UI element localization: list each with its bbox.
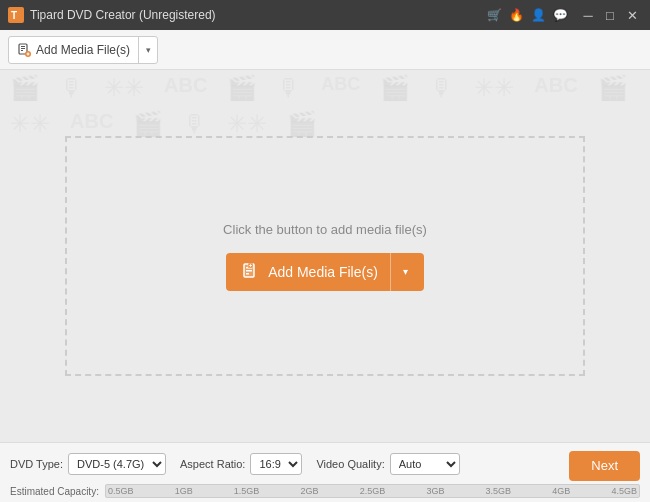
capacity-mark-3: 2GB [301,486,319,496]
drop-area[interactable]: Click the button to add media file(s) Ad… [65,136,585,376]
capacity-mark-8: 4.5GB [611,486,637,496]
dvd-type-label: DVD Type: [10,458,63,470]
add-media-file-button[interactable]: Add Media File(s) ▾ [8,36,158,64]
add-media-dropdown-arrow[interactable]: ▾ [139,37,157,63]
add-media-btn-label: Add Media File(s) [36,43,130,57]
estimated-capacity-label: Estimated Capacity: [10,486,99,497]
aspect-ratio-select[interactable]: 16:9 4:3 [250,453,302,475]
svg-rect-5 [21,50,23,51]
add-file-icon [17,43,31,57]
svg-rect-11 [246,270,252,272]
aspect-ratio-group: Aspect Ratio: 16:9 4:3 [180,453,302,475]
add-media-big-button[interactable]: Add Media File(s) ▾ [226,253,424,291]
add-file-big-icon [242,263,260,281]
next-button[interactable]: Next [569,451,640,481]
window-controls: 🛒 🔥 👤 💬 ─ □ ✕ [484,5,642,25]
video-quality-select[interactable]: Auto High Medium Low [390,453,460,475]
svg-rect-3 [21,46,25,47]
capacity-mark-7: 4GB [552,486,570,496]
add-media-big-btn-main[interactable]: Add Media File(s) [242,253,391,291]
svg-rect-12 [246,273,249,275]
dvd-type-select[interactable]: DVD-5 (4.7G) DVD-9 (8.5G) [68,453,166,475]
capacity-bar: 0.5GB 1GB 1.5GB 2GB 2.5GB 3GB 3.5GB 4GB … [105,484,640,498]
svg-rect-4 [21,48,25,49]
chat-icon[interactable]: 💬 [550,5,570,25]
title-bar: T Tipard DVD Creator (Unregistered) 🛒 🔥 … [0,0,650,30]
video-quality-label: Video Quality: [316,458,384,470]
bottom-main-row: DVD Type: DVD-5 (4.7G) DVD-9 (8.5G) Aspe… [10,447,640,484]
window-title: Tipard DVD Creator (Unregistered) [30,8,484,22]
capacity-mark-4: 2.5GB [360,486,386,496]
add-media-big-dropdown-arrow[interactable]: ▾ [399,266,408,277]
capacity-mark-2: 1.5GB [234,486,260,496]
bottom-controls-row: DVD Type: DVD-5 (4.7G) DVD-9 (8.5G) Aspe… [10,451,460,477]
main-content-area: 🎬🎙✳✳ABC🎬🎙 ABC🎬🎙✳✳ABC🎬 ✳✳ABC🎬🎙✳✳🎬 Click t… [0,70,650,442]
bottom-bar: DVD Type: DVD-5 (4.7G) DVD-9 (8.5G) Aspe… [0,442,650,502]
user-icon[interactable]: 👤 [528,5,548,25]
fire-icon[interactable]: 🔥 [506,5,526,25]
add-media-big-btn-label: Add Media File(s) [268,264,378,280]
svg-text:T: T [11,10,17,21]
toolbar: Add Media File(s) ▾ [0,30,650,70]
capacity-row: Estimated Capacity: 0.5GB 1GB 1.5GB 2GB … [10,484,640,498]
capacity-mark-1: 1GB [175,486,193,496]
dvd-type-group: DVD Type: DVD-5 (4.7G) DVD-9 (8.5G) [10,453,166,475]
capacity-mark-5: 3GB [426,486,444,496]
app-icon: T [8,7,24,23]
aspect-ratio-label: Aspect Ratio: [180,458,245,470]
add-media-btn-main[interactable]: Add Media File(s) [9,37,139,63]
video-quality-group: Video Quality: Auto High Medium Low [316,453,459,475]
capacity-mark-6: 3.5GB [486,486,512,496]
minimize-button[interactable]: ─ [578,5,598,25]
drop-hint-text: Click the button to add media file(s) [223,222,427,237]
cart-icon[interactable]: 🛒 [484,5,504,25]
maximize-button[interactable]: □ [600,5,620,25]
capacity-mark-0: 0.5GB [108,486,134,496]
close-button[interactable]: ✕ [622,5,642,25]
capacity-bar-labels: 0.5GB 1GB 1.5GB 2GB 2.5GB 3GB 3.5GB 4GB … [106,486,639,496]
